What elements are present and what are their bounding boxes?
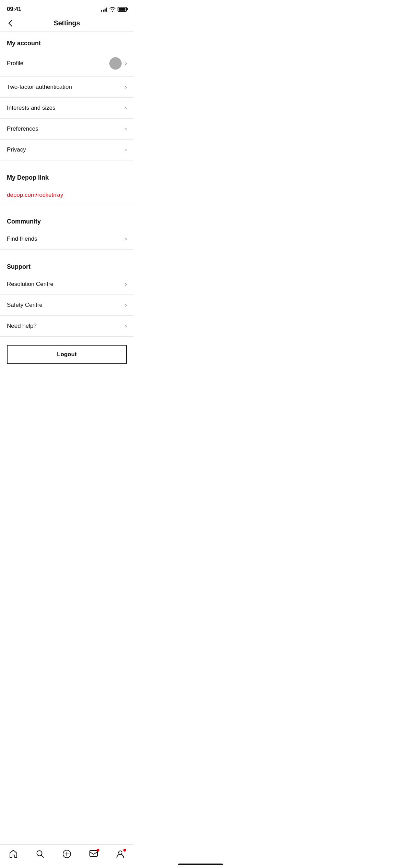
menu-item-need-help[interactable]: Need help? › [0, 316, 134, 337]
chevron-icon: › [125, 84, 127, 90]
menu-item-two-factor-auth[interactable]: Two-factor authentication › [0, 77, 134, 98]
settings-header: Settings [0, 16, 134, 32]
chevron-icon: › [125, 302, 127, 308]
status-icons [101, 7, 127, 12]
menu-item-privacy[interactable]: Privacy › [0, 140, 134, 160]
menu-item-find-friends[interactable]: Find friends › [0, 229, 134, 250]
need-help-label: Need help? [7, 323, 37, 329]
menu-item-safety-centre[interactable]: Safety Centre › [0, 295, 134, 316]
find-friends-label: Find friends [7, 236, 37, 242]
chevron-icon: › [125, 126, 127, 132]
safety-centre-label: Safety Centre [7, 302, 42, 309]
chevron-icon: › [125, 236, 127, 242]
section-header-community: Community [0, 210, 134, 229]
back-button[interactable] [7, 19, 14, 28]
status-time: 09:41 [7, 6, 21, 13]
two-factor-auth-label: Two-factor authentication [7, 84, 72, 91]
section-header-my-account: My account [0, 32, 134, 50]
section-divider [0, 160, 134, 166]
section-header-support: Support [0, 255, 134, 274]
chevron-icon: › [125, 323, 127, 329]
section-header-depop-link: My Depop link [0, 166, 134, 185]
logout-button[interactable]: Logout [7, 345, 127, 364]
avatar [109, 57, 122, 70]
menu-item-preferences[interactable]: Preferences › [0, 119, 134, 140]
depop-link[interactable]: depop.com/rocketrray [7, 192, 63, 198]
resolution-centre-label: Resolution Centre [7, 281, 53, 288]
settings-content: My account Profile › Two-factor authenti… [0, 32, 134, 400]
chevron-icon: › [125, 147, 127, 153]
wifi-icon [109, 7, 116, 12]
logout-container: Logout [0, 337, 134, 372]
battery-icon [118, 7, 127, 12]
menu-item-profile[interactable]: Profile › [0, 50, 134, 77]
menu-item-resolution-centre[interactable]: Resolution Centre › [0, 274, 134, 295]
chevron-icon: › [125, 281, 127, 287]
page-title: Settings [54, 19, 80, 27]
menu-item-interests-sizes[interactable]: Interests and sizes › [0, 98, 134, 119]
status-bar: 09:41 [0, 0, 134, 16]
signal-icon [101, 7, 107, 12]
chevron-icon: › [125, 60, 127, 67]
privacy-label: Privacy [7, 146, 26, 153]
interests-sizes-label: Interests and sizes [7, 105, 56, 111]
section-divider [0, 250, 134, 255]
profile-label: Profile [7, 60, 23, 67]
depop-link-section[interactable]: depop.com/rocketrray [0, 185, 134, 204]
preferences-label: Preferences [7, 125, 38, 132]
section-divider [0, 204, 134, 210]
tab-bar-spacer [0, 372, 134, 400]
chevron-icon: › [125, 105, 127, 111]
